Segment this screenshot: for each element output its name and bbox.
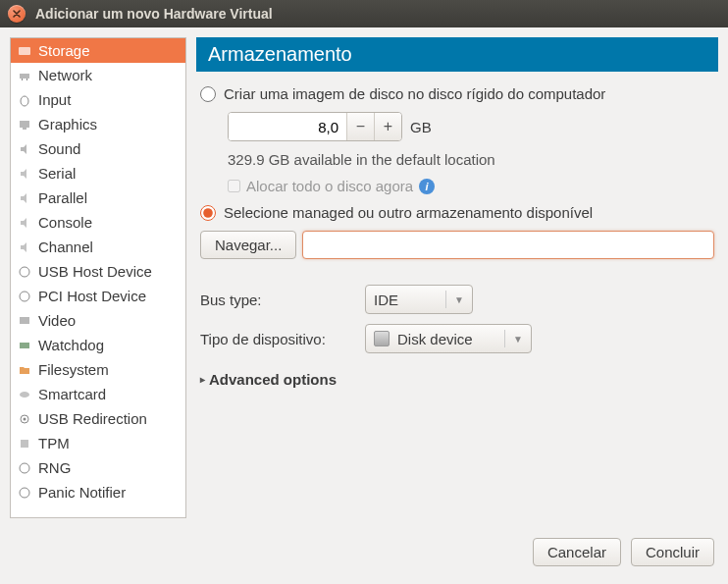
chevron-down-icon: ▼ <box>513 334 523 345</box>
sidebar: StorageNetworkInputGraphicsSoundSerialPa… <box>10 37 186 518</box>
footer: Cancelar Concluir <box>0 528 728 576</box>
section-header: Armazenamento <box>196 37 718 72</box>
svg-rect-6 <box>23 128 26 130</box>
svg-rect-10 <box>20 343 29 348</box>
radio-select-input[interactable] <box>200 205 216 221</box>
storage-icon <box>17 43 32 59</box>
advanced-options-toggle[interactable]: ▸ Advanced options <box>200 371 714 388</box>
titlebar: Adicionar um novo Hardware Virtual <box>0 0 728 27</box>
window-title: Adicionar um novo Hardware Virtual <box>35 6 273 22</box>
device-type-value: Disk device <box>397 331 496 347</box>
svg-point-4 <box>21 96 28 106</box>
sidebar-item-label: RNG <box>38 459 71 476</box>
bus-type-select[interactable]: IDE ▼ <box>365 285 473 314</box>
sidebar-item-tpm[interactable]: TPM <box>11 431 185 455</box>
close-button[interactable] <box>8 5 26 23</box>
chevron-down-icon: ▼ <box>454 294 464 305</box>
sidebar-item-label: Network <box>38 67 92 83</box>
sidebar-item-label: Console <box>38 214 92 231</box>
sidebar-item-label: Channel <box>38 239 93 255</box>
svg-point-7 <box>20 267 29 277</box>
sidebar-item-label: Sound <box>38 140 80 157</box>
svg-rect-3 <box>26 79 27 80</box>
parallel-icon <box>17 190 32 206</box>
sidebar-item-label: Watchdog <box>38 337 104 353</box>
watchdog-icon <box>17 338 32 353</box>
sidebar-item-label: Smartcard <box>38 386 106 402</box>
filesystem-icon <box>17 362 32 378</box>
svg-point-11 <box>20 392 29 398</box>
info-icon[interactable]: i <box>419 179 435 194</box>
radio-create-input[interactable] <box>200 86 216 102</box>
browse-button[interactable]: Navegar... <box>200 231 296 259</box>
svg-rect-9 <box>20 317 29 324</box>
sidebar-item-serial[interactable]: Serial <box>11 161 185 186</box>
device-type-select[interactable]: Disk device ▼ <box>365 324 532 353</box>
sidebar-item-storage[interactable]: Storage <box>11 38 185 63</box>
radio-create-image[interactable]: Criar uma imagem de disco no disco rígid… <box>200 85 714 102</box>
usb-icon <box>17 264 32 280</box>
radio-select-storage[interactable]: Selecione managed ou outro armazenamento… <box>200 204 714 221</box>
svg-point-13 <box>24 417 26 420</box>
available-text: 329.9 GB available in the default locati… <box>228 151 714 168</box>
pci-icon <box>17 289 32 304</box>
disk-icon <box>374 331 390 346</box>
sidebar-item-pci[interactable]: PCI Host Device <box>11 284 185 308</box>
storage-path-input[interactable] <box>302 231 714 259</box>
smartcard-icon <box>17 387 32 402</box>
size-unit: GB <box>410 119 432 135</box>
sidebar-item-label: Panic Notifier <box>38 484 126 501</box>
sidebar-item-label: USB Host Device <box>38 263 152 280</box>
graphics-icon <box>17 117 32 133</box>
finish-button[interactable]: Concluir <box>631 538 714 566</box>
svg-rect-14 <box>21 440 28 448</box>
size-spinbox[interactable]: − + <box>228 112 402 141</box>
video-icon <box>17 313 32 329</box>
sidebar-item-label: Filesystem <box>38 361 109 378</box>
main-panel: Armazenamento Criar uma imagem de disco … <box>196 37 718 518</box>
cancel-button[interactable]: Cancelar <box>533 538 621 566</box>
radio-create-label: Criar uma imagem de disco no disco rígid… <box>224 85 605 102</box>
allocate-label: Alocar todo o disco agora <box>246 178 413 194</box>
channel-icon <box>17 239 32 255</box>
bus-type-value: IDE <box>374 292 438 308</box>
sidebar-item-label: Video <box>38 312 76 329</box>
rng-icon <box>17 460 32 476</box>
sidebar-item-console[interactable]: Console <box>11 210 185 235</box>
size-input[interactable] <box>229 113 346 140</box>
sidebar-item-parallel[interactable]: Parallel <box>11 186 185 210</box>
sidebar-item-rng[interactable]: RNG <box>11 455 185 480</box>
svg-rect-2 <box>22 79 23 80</box>
device-type-label: Tipo de dispositivo: <box>200 331 357 347</box>
bus-type-label: Bus type: <box>200 292 357 308</box>
usbredir-icon <box>17 411 32 427</box>
sidebar-item-smartcard[interactable]: Smartcard <box>11 382 185 406</box>
sidebar-item-input[interactable]: Input <box>11 87 185 112</box>
svg-rect-1 <box>20 74 29 79</box>
radio-select-label: Selecione managed ou outro armazenamento… <box>224 204 593 221</box>
sidebar-item-network[interactable]: Network <box>11 63 185 87</box>
allocate-row: Alocar todo o disco agora i <box>228 178 714 194</box>
close-icon <box>13 10 21 18</box>
sidebar-item-graphics[interactable]: Graphics <box>11 112 185 136</box>
network-icon <box>17 68 32 83</box>
triangle-right-icon: ▸ <box>200 374 205 385</box>
sidebar-item-filesystem[interactable]: Filesystem <box>11 357 185 382</box>
sidebar-item-channel[interactable]: Channel <box>11 235 185 259</box>
sidebar-item-usbredir[interactable]: USB Redirection <box>11 406 185 431</box>
input-icon <box>17 92 32 108</box>
sidebar-item-video[interactable]: Video <box>11 308 185 333</box>
sidebar-item-watchdog[interactable]: Watchdog <box>11 333 185 357</box>
console-icon <box>17 215 32 231</box>
sidebar-item-label: USB Redirection <box>38 410 147 427</box>
sidebar-item-label: Graphics <box>38 116 97 133</box>
advanced-label: Advanced options <box>209 371 337 388</box>
sidebar-item-panic[interactable]: Panic Notifier <box>11 480 185 504</box>
sidebar-item-usb[interactable]: USB Host Device <box>11 259 185 284</box>
sidebar-item-sound[interactable]: Sound <box>11 136 185 161</box>
bus-type-row: Bus type: IDE ▼ <box>200 285 714 314</box>
sidebar-item-label: Input <box>38 91 71 108</box>
sidebar-item-label: Storage <box>38 42 90 59</box>
size-increment[interactable]: + <box>374 113 401 140</box>
size-decrement[interactable]: − <box>346 113 374 140</box>
